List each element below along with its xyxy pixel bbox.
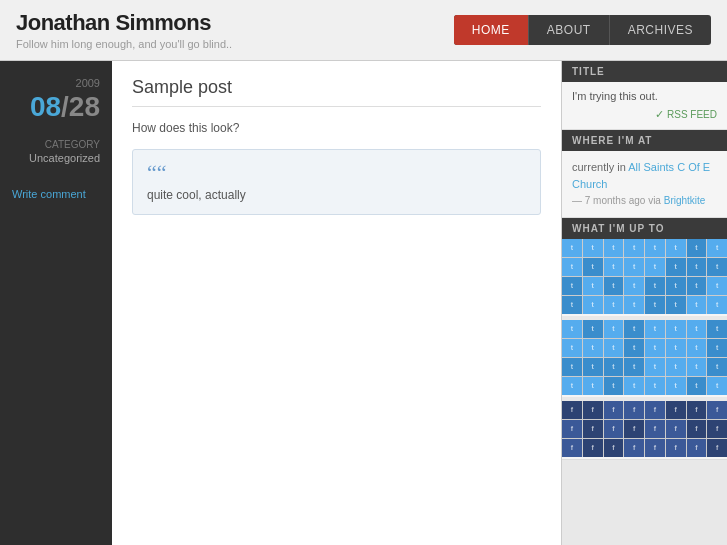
post-body: How does this look?	[132, 121, 541, 135]
twitter-cell: t	[562, 339, 582, 357]
twitter-cell: t	[583, 339, 603, 357]
twitter-cell: t	[583, 296, 603, 314]
content-area: Sample post How does this look? ““ quite…	[112, 61, 562, 545]
twitter-cell: t	[624, 339, 644, 357]
twitter-cell: t	[645, 239, 665, 257]
nav-item-about[interactable]: About	[529, 15, 610, 45]
facebook-cell: f	[666, 420, 686, 438]
post-year: 2009	[12, 77, 100, 89]
post-day-separator: /	[61, 91, 69, 123]
twitter-cell: t	[583, 258, 603, 276]
twitter-cell: t	[562, 296, 582, 314]
twitter-cell: t	[707, 239, 727, 257]
facebook-cell: f	[645, 439, 665, 457]
twitter-cell: t	[707, 358, 727, 376]
twitter-cell: t	[687, 277, 707, 295]
where-section: WHERE I'M AT currently in All Saints C O…	[562, 130, 727, 218]
category-value: Uncategorized	[12, 152, 100, 164]
twitter-cell: t	[583, 358, 603, 376]
facebook-cell: f	[562, 439, 582, 457]
where-section-body: currently in All Saints C Of E Church — …	[562, 151, 727, 218]
twitter-cell: t	[687, 377, 707, 395]
facebook-cell: f	[562, 401, 582, 419]
twitter-cell: t	[707, 296, 727, 314]
twitter-cell: t	[624, 358, 644, 376]
post-date-block: 08 / 28	[12, 91, 100, 123]
write-comment-link[interactable]: Write comment	[12, 188, 100, 200]
twitter-cell: t	[583, 377, 603, 395]
twitter-cell: t	[562, 239, 582, 257]
where-suffix: — 7 months ago via Brightkite	[572, 195, 705, 206]
rss-feed-label: RSS FEED	[667, 109, 717, 120]
nav-item-archives[interactable]: Archives	[610, 15, 711, 45]
twitter-cell: t	[687, 239, 707, 257]
twitter-cell: t	[687, 358, 707, 376]
twitter-cell: t	[562, 377, 582, 395]
twitter-cell: t	[666, 358, 686, 376]
twitter-cell: t	[562, 320, 582, 338]
facebook-cell: f	[562, 420, 582, 438]
twitter-cell: t	[666, 377, 686, 395]
site-tagline: Follow him long enough, and you'll go bl…	[16, 38, 232, 50]
title-section-header: TITLE	[562, 61, 727, 82]
rss-icon: ✓	[655, 108, 664, 121]
whats-up-body: tttttttttttttttttttttttttttttttt ttttttt…	[562, 239, 727, 460]
nav-item-home[interactable]: HOME	[454, 15, 529, 45]
twitter-cell: t	[562, 358, 582, 376]
right-sidebar: TITLE I'm trying this out. ✓ RSS FEED WH…	[562, 61, 727, 545]
twitter-cell: t	[562, 258, 582, 276]
twitter-cell: t	[666, 277, 686, 295]
post-divider	[132, 106, 541, 107]
facebook-cell: f	[707, 420, 727, 438]
post-day: 28	[69, 91, 100, 123]
twitter-cell: t	[645, 258, 665, 276]
facebook-cell: f	[624, 401, 644, 419]
post-month: 08	[30, 91, 61, 123]
facebook-cell: f	[687, 420, 707, 438]
facebook-cell: f	[707, 439, 727, 457]
twitter-cell: t	[666, 258, 686, 276]
twitter-cell: t	[707, 377, 727, 395]
facebook-cell: f	[666, 439, 686, 457]
facebook-cell: f	[645, 401, 665, 419]
header: Jonathan Simmons Follow him long enough,…	[0, 0, 727, 61]
twitter-cell: t	[666, 239, 686, 257]
facebook-cell: f	[666, 401, 686, 419]
facebook-cell: f	[583, 439, 603, 457]
twitter-cell: t	[604, 239, 624, 257]
twitter-cell: t	[583, 239, 603, 257]
twitter-cell: t	[666, 296, 686, 314]
twitter-cell: t	[624, 296, 644, 314]
twitter-cell: t	[624, 239, 644, 257]
twitter-cell: t	[604, 320, 624, 338]
twitter-cell: t	[707, 320, 727, 338]
twitter-cell: t	[624, 320, 644, 338]
rss-feed-link[interactable]: ✓ RSS FEED	[572, 108, 717, 121]
facebook-cell: f	[604, 401, 624, 419]
post-title: Sample post	[132, 77, 541, 98]
twitter-grid-2: tttttttttttttttttttttttttttttttt	[562, 320, 727, 395]
main-wrapper: 2009 08 / 28 CATEGORY Uncategorized Writ…	[0, 61, 727, 545]
where-section-header: WHERE I'M AT	[562, 130, 727, 151]
twitter-cell: t	[604, 296, 624, 314]
twitter-cell: t	[645, 377, 665, 395]
facebook-cell: f	[687, 401, 707, 419]
twitter-cell: t	[645, 358, 665, 376]
facebook-cell: f	[604, 439, 624, 457]
facebook-cell: f	[583, 420, 603, 438]
twitter-cell: t	[645, 339, 665, 357]
twitter-cell: t	[687, 339, 707, 357]
twitter-cell: t	[707, 277, 727, 295]
twitter-cell: t	[624, 277, 644, 295]
twitter-cell: t	[604, 339, 624, 357]
twitter-grid-1: tttttttttttttttttttttttttttttttt	[562, 239, 727, 314]
twitter-cell: t	[707, 258, 727, 276]
twitter-cell: t	[562, 277, 582, 295]
twitter-cell: t	[666, 320, 686, 338]
facebook-cell: f	[707, 401, 727, 419]
facebook-grid: ffffffffffffffffffffffff	[562, 401, 727, 457]
site-title: Jonathan Simmons	[16, 10, 232, 36]
site-title-block: Jonathan Simmons Follow him long enough,…	[16, 10, 232, 50]
where-via[interactable]: Brightkite	[664, 195, 706, 206]
facebook-cell: f	[604, 420, 624, 438]
